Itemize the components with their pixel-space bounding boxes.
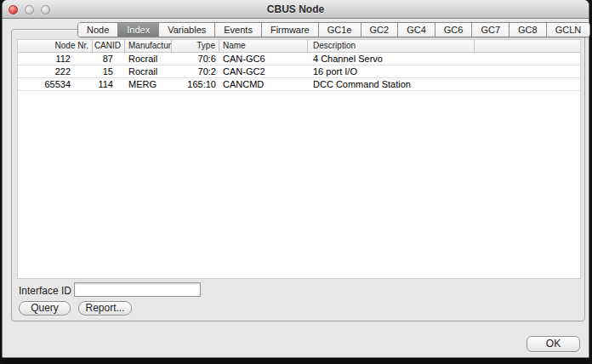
cell-canid: 114: [93, 78, 125, 90]
cell-description: DCC Command Station: [308, 78, 475, 90]
tab-node[interactable]: Node: [78, 23, 118, 37]
tab-gc6[interactable]: GC6: [435, 23, 473, 37]
column-header-description[interactable]: Description: [308, 40, 475, 52]
column-header-manufacturer[interactable]: Manufacturer: [125, 40, 172, 52]
column-header-canid[interactable]: CANID: [93, 40, 125, 52]
cell-description: 4 Channel Servo: [308, 53, 475, 65]
column-header-name[interactable]: Name: [219, 40, 308, 52]
column-header-empty: [475, 40, 580, 52]
table-header-row: Node Nr. CANID Manufacturer Type Name De…: [18, 40, 580, 53]
cell-node-nr: 222: [18, 65, 93, 77]
table-row[interactable]: 222 15 Rocrail 70:2 CAN-GC2 16 port I/O: [18, 65, 580, 78]
tab-variables[interactable]: Variables: [159, 23, 215, 37]
tab-gc2[interactable]: GC2: [361, 23, 399, 37]
cell-description: 16 port I/O: [308, 65, 475, 77]
index-tab-panel: Node Nr. CANID Manufacturer Type Name De…: [11, 29, 585, 321]
tab-gcln[interactable]: GCLN: [547, 23, 590, 37]
cell-name: CAN-GC6: [219, 53, 308, 65]
tab-gc4[interactable]: GC4: [398, 23, 435, 37]
query-button[interactable]: Query: [19, 301, 71, 316]
column-header-type[interactable]: Type: [172, 40, 219, 52]
cell-type: 70:2: [172, 65, 219, 77]
cbus-node-window: CBUS Node Node Index Variables Events Fi…: [2, 0, 589, 358]
cell-type: 70:6: [172, 53, 219, 65]
tab-gc7[interactable]: GC7: [472, 23, 509, 37]
cell-canid: 15: [93, 65, 125, 77]
cell-manufacturer: Rocrail: [125, 65, 172, 77]
window-title: CBUS Node: [3, 3, 589, 15]
tab-gc1e[interactable]: GC1e: [319, 23, 361, 37]
cell-manufacturer: Rocrail: [125, 53, 172, 65]
tab-events[interactable]: Events: [215, 23, 262, 37]
tab-bar: Node Index Variables Events Firmware GC1…: [77, 22, 590, 37]
tab-firmware[interactable]: Firmware: [262, 23, 319, 37]
table-row[interactable]: 65534 114 MERG 165:10 CANCMD DCC Command…: [18, 78, 580, 91]
cell-manufacturer: MERG: [125, 78, 172, 90]
table-row[interactable]: 112 87 Rocrail 70:6 CAN-GC6 4 Channel Se…: [18, 53, 580, 65]
cell-node-nr: 112: [18, 53, 93, 65]
titlebar[interactable]: CBUS Node: [3, 0, 589, 19]
report-button[interactable]: Report...: [78, 301, 132, 316]
tab-index[interactable]: Index: [118, 23, 159, 37]
ok-button[interactable]: OK: [527, 336, 580, 352]
node-table[interactable]: Node Nr. CANID Manufacturer Type Name De…: [17, 39, 581, 279]
cell-type: 165:10: [172, 78, 219, 90]
cell-node-nr: 65534: [18, 78, 93, 90]
interface-id-label: Interface ID: [19, 285, 71, 297]
interface-id-input[interactable]: [74, 282, 201, 297]
tab-gc8[interactable]: GC8: [509, 23, 547, 37]
cell-canid: 87: [93, 53, 125, 65]
cell-name: CANCMD: [219, 78, 308, 90]
column-header-node-nr[interactable]: Node Nr.: [18, 40, 93, 52]
cell-name: CAN-GC2: [219, 65, 308, 77]
